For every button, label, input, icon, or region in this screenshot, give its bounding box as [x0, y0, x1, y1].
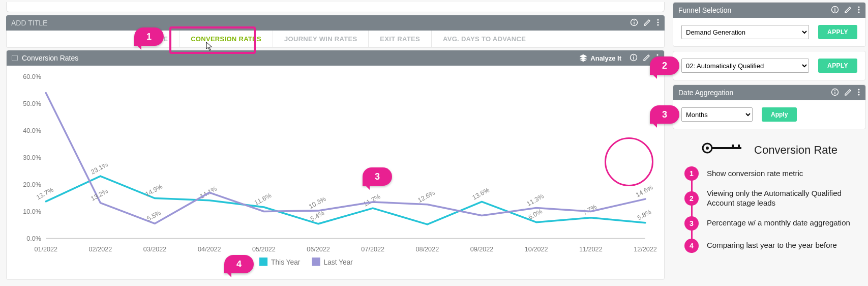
kebab-icon[interactable]	[656, 18, 660, 28]
svg-rect-67	[712, 147, 741, 149]
svg-point-60	[834, 90, 835, 91]
date-agg-apply-button[interactable]: Apply	[762, 107, 797, 122]
info-icon[interactable]	[630, 53, 638, 63]
tab-avg-days[interactable]: AVG. DAYS TO ADVANCE	[431, 31, 537, 48]
key-item-4: 4 Comparing last year to the year before	[701, 239, 864, 253]
svg-text:14.9%: 14.9%	[144, 182, 164, 198]
prev-card-fragment	[6, 2, 665, 12]
chart-title-bar: Conversion Rates Analyze It	[7, 50, 664, 66]
tabs-row: STAGE CONVERSION RATES JOURNEY WIN RATES…	[6, 31, 665, 48]
funnel-select[interactable]: Demand Generation	[681, 25, 809, 39]
key-item-2: 2 Viewing only the Automatically Qualifi…	[701, 189, 864, 208]
info-icon[interactable]	[630, 18, 638, 28]
svg-text:5.8%: 5.8%	[636, 208, 652, 221]
svg-text:30.0%: 30.0%	[23, 154, 41, 161]
svg-rect-51	[312, 258, 320, 266]
funnel-selection-card: Funnel Selection Demand Generation APPLY	[673, 2, 866, 47]
svg-text:20.0%: 20.0%	[23, 181, 41, 188]
svg-text:03/2022: 03/2022	[143, 245, 167, 253]
svg-point-58	[858, 11, 859, 13]
svg-text:50.0%: 50.0%	[23, 100, 41, 107]
key-item-1: 1 Show conversion rate metric	[701, 166, 864, 181]
date-aggregation-title: Date Aggregation	[678, 89, 826, 97]
annotation-bubble-1: 1	[134, 27, 164, 46]
date-agg-select[interactable]: Months	[681, 107, 753, 122]
svg-point-3	[657, 19, 659, 20]
svg-text:12.6%: 12.6%	[416, 189, 436, 205]
svg-text:12/2022: 12/2022	[634, 245, 657, 253]
info-icon[interactable]	[831, 6, 839, 15]
key-item-3: 3 Percentage w/ a monthly date aggregati…	[701, 216, 864, 231]
tab-journey-win-rates[interactable]: JOURNEY WIN RATES	[273, 31, 368, 48]
svg-text:10.0%: 10.0%	[23, 208, 41, 215]
svg-text:01/2022: 01/2022	[34, 245, 57, 253]
funnel-selection-title: Funnel Selection	[678, 6, 826, 14]
annotation-bubble-2: 2	[650, 56, 679, 75]
analyze-it-button[interactable]: Analyze It	[579, 54, 621, 62]
annotation-bubble-4-text: 4	[236, 259, 242, 270]
svg-point-5	[657, 24, 659, 25]
svg-text:11.2%: 11.2%	[362, 192, 382, 208]
annotation-bubble-3-text: 3	[662, 109, 667, 120]
svg-point-62	[858, 89, 859, 90]
svg-point-63	[858, 91, 859, 93]
chart-body: 0.0%10.0%20.0%30.0%40.0%50.0%60.0%01/202…	[7, 66, 664, 279]
svg-text:40.0%: 40.0%	[23, 127, 41, 134]
svg-text:0.0%: 0.0%	[26, 235, 41, 242]
svg-point-54	[834, 8, 835, 9]
svg-rect-2	[634, 22, 634, 24]
key-badge-4: 4	[684, 239, 699, 253]
svg-point-64	[858, 94, 859, 95]
svg-text:11/2022: 11/2022	[579, 245, 603, 253]
svg-text:14.6%: 14.6%	[635, 183, 654, 199]
key-list: 1 Show conversion rate metric 2 Viewing …	[691, 166, 864, 253]
svg-rect-68	[732, 145, 734, 149]
tab-conversion-rates[interactable]: CONVERSION RATES	[179, 31, 273, 48]
svg-text:Last Year: Last Year	[324, 258, 353, 266]
funnel-selection-header: Funnel Selection	[673, 3, 865, 18]
svg-text:11.3%: 11.3%	[525, 192, 545, 208]
kebab-icon[interactable]	[857, 6, 860, 15]
svg-text:04/2022: 04/2022	[198, 245, 221, 253]
funnel-apply-button[interactable]: APPLY	[818, 25, 857, 39]
svg-point-4	[657, 21, 659, 23]
key-icon	[701, 140, 747, 159]
chart-checkbox[interactable]	[12, 55, 18, 61]
annotation-bubble-4: 4	[224, 255, 254, 273]
key-badge-3: 3	[684, 216, 699, 231]
pencil-icon[interactable]	[844, 6, 852, 15]
svg-rect-55	[834, 9, 835, 12]
annotation-bubble-3b-text: 3	[375, 171, 380, 182]
date-aggregation-card: Date Aggregation Months Apply 3	[673, 84, 866, 129]
pencil-icon[interactable]	[643, 18, 651, 28]
key-badge-1: 1	[684, 166, 699, 181]
info-icon[interactable]	[831, 88, 839, 98]
svg-point-56	[858, 6, 859, 8]
svg-text:07/2022: 07/2022	[361, 245, 384, 253]
svg-text:This Year: This Year	[271, 258, 301, 266]
chart-svg: 0.0%10.0%20.0%30.0%40.0%50.0%60.0%01/202…	[14, 71, 657, 274]
svg-point-57	[858, 9, 859, 10]
title-placeholder[interactable]: ADD TITLE	[11, 19, 625, 27]
title-bar: ADD TITLE	[6, 15, 665, 31]
date-aggregation-header: Date Aggregation	[673, 85, 865, 100]
stage-select-card: 02: Automatically Qualified APPLY 2	[673, 51, 866, 80]
svg-rect-8	[633, 57, 634, 60]
annotation-bubble-2-text: 2	[662, 61, 667, 71]
stage-apply-button[interactable]: APPLY	[818, 59, 857, 73]
svg-text:13.6%: 13.6%	[471, 186, 491, 202]
svg-text:05/2022: 05/2022	[252, 245, 276, 253]
svg-text:10/2022: 10/2022	[525, 245, 548, 253]
svg-text:11.6%: 11.6%	[253, 191, 273, 207]
pencil-icon[interactable]	[844, 88, 852, 98]
chart-card: Conversion Rates Analyze It 0.0%10.0%20.…	[6, 50, 665, 280]
tab-exit-rates[interactable]: EXIT RATES	[368, 31, 431, 48]
svg-text:09/2022: 09/2022	[470, 245, 494, 253]
annotation-bubble-3b: 3	[363, 167, 392, 186]
svg-point-9	[656, 54, 658, 55]
kebab-icon[interactable]	[857, 88, 860, 98]
stage-select[interactable]: 02: Automatically Qualified	[681, 59, 809, 73]
pencil-icon[interactable]	[643, 53, 651, 63]
svg-text:08/2022: 08/2022	[416, 245, 439, 253]
svg-point-1	[634, 20, 635, 21]
